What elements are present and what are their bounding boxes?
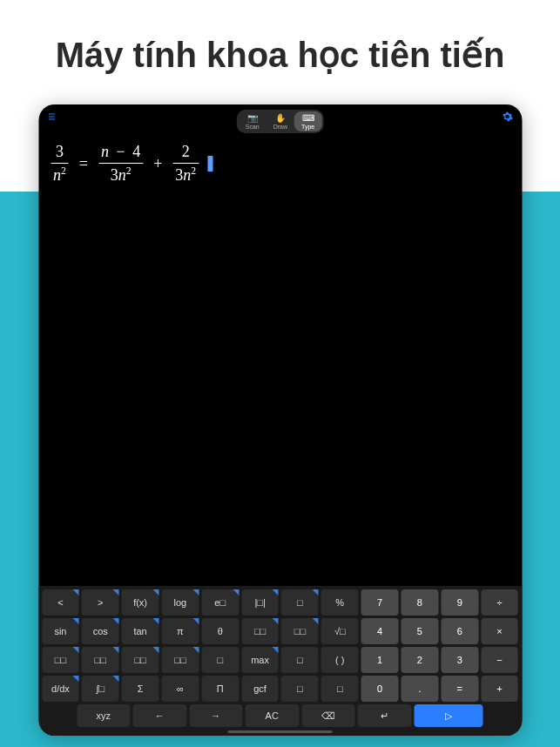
key-arrow-right[interactable]: → [189,704,243,727]
key-r2-3[interactable]: π [161,618,199,644]
key-r2-11[interactable]: × [481,618,518,644]
key-r3-9[interactable]: 2 [401,647,438,673]
mode-type-label: Type [301,124,314,130]
key-r3-7[interactable]: ( ) [321,647,359,673]
key-r2-10[interactable]: 6 [441,618,478,644]
key-r2-1[interactable]: cos [82,618,119,644]
key-r1-3[interactable]: log [161,589,199,616]
key-send[interactable]: ▷ [414,704,483,727]
text-cursor [207,156,213,172]
key-r3-8[interactable]: 1 [361,647,399,673]
frac2-den-3: 3 [111,166,118,184]
menu-icon[interactable] [47,111,57,124]
key-r1-9[interactable]: 8 [401,589,438,616]
key-r2-0[interactable]: sin [42,618,79,644]
key-r4-11[interactable]: + [481,676,518,702]
page-title: Máy tính khoa học tiên tiến [0,35,560,75]
frac2-minus: − [113,143,129,160]
key-r4-2[interactable]: Σ [122,676,159,702]
key-r1-8[interactable]: 7 [361,589,399,616]
key-r4-6[interactable]: □ [281,676,319,702]
mode-type[interactable]: ⌨ Type [294,111,321,131]
mode-scan-label: Scan [246,124,260,130]
key-arrow-left[interactable]: ← [133,704,187,727]
key-r3-3[interactable]: □□ [161,647,199,673]
svg-rect-0 [49,113,55,114]
key-r2-5[interactable]: □□ [241,618,279,644]
frac3-den-exp: 2 [191,165,196,177]
key-r4-9[interactable]: . [401,676,438,702]
key-r1-7[interactable]: % [321,589,359,616]
key-r4-7[interactable]: □ [321,676,359,702]
key-r3-6[interactable]: □ [281,647,319,673]
key-r4-1[interactable]: ∫□ [82,676,119,702]
frac3-den-n: n [183,166,191,184]
fraction-3: 2 3n2 [172,143,199,185]
key-backspace[interactable]: ⌫ [301,704,355,727]
key-r3-10[interactable]: 3 [441,647,478,673]
key-enter[interactable]: ↵ [358,704,412,727]
frac1-den-exp: 2 [61,165,66,177]
key-r2-6[interactable]: □□ [281,618,319,644]
key-r3-1[interactable]: □□ [82,647,119,673]
frac3-den-3: 3 [175,166,183,184]
fraction-2: n − 4 3n2 [98,143,143,185]
key-r3-0[interactable]: □□ [42,647,79,673]
input-mode-selector: 📷 Scan ✋ Draw ⌨ Type [237,110,324,133]
key-r2-9[interactable]: 5 [401,618,438,644]
key-r3-11[interactable]: − [481,647,518,673]
key-r1-4[interactable]: e□ [201,589,239,616]
frac3-num: 2 [179,143,192,161]
key-r3-4[interactable]: □ [201,647,239,673]
mode-scan[interactable]: 📷 Scan [239,111,267,131]
key-xyz[interactable]: xyz [77,704,131,727]
key-r3-5[interactable]: max [241,647,279,673]
frac1-den-n: n [53,166,61,184]
equals-sign: = [76,155,91,173]
key-r4-5[interactable]: gcf [241,676,279,702]
home-indicator[interactable] [228,730,333,733]
key-r4-10[interactable]: = [441,676,478,702]
frac1-num: 3 [53,143,66,161]
key-r1-5[interactable]: |□| [241,589,279,616]
key-r1-6[interactable]: □ [281,589,319,616]
device-frame: 📷 Scan ✋ Draw ⌨ Type 3 n2 = n − 4 3n2 + [38,104,522,736]
key-r4-4[interactable]: Π [201,676,239,702]
key-r1-1[interactable]: > [82,589,119,616]
key-r2-4[interactable]: θ [201,618,239,644]
key-r1-0[interactable]: < [42,589,79,616]
camera-icon: 📷 [247,113,258,123]
equation-display[interactable]: 3 n2 = n − 4 3n2 + 2 3n2 [38,125,522,202]
frac2-den-exp: 2 [126,165,132,177]
frac2-den-n: n [118,166,126,184]
math-keyboard: <>f(x)loge□|□|□%789÷sincostanπθ□□□□√□456… [38,586,522,736]
key-r1-11[interactable]: ÷ [481,589,518,616]
key-r3-2[interactable]: □□ [122,647,159,673]
key-all-clear[interactable]: AC [246,704,300,727]
key-r2-7[interactable]: √□ [321,618,359,644]
frac2-num-4: 4 [132,143,140,160]
keyboard-icon: ⌨ [302,113,314,123]
frac2-num-n: n [101,143,109,160]
key-r1-2[interactable]: f(x) [122,589,159,616]
key-r4-0[interactable]: d/dx [42,676,79,702]
plus-sign: + [150,155,165,173]
gear-icon[interactable] [501,111,513,125]
key-r4-3[interactable]: ∞ [161,676,199,702]
key-r2-8[interactable]: 4 [361,618,399,644]
key-r4-8[interactable]: 0 [361,676,399,702]
key-r2-2[interactable]: tan [122,618,159,644]
mode-draw-label: Draw [273,124,287,130]
mode-draw[interactable]: ✋ Draw [267,111,294,131]
svg-rect-1 [49,116,55,117]
key-r1-10[interactable]: 9 [441,589,478,616]
svg-rect-2 [49,118,55,119]
fraction-1: 3 n2 [51,143,69,185]
hand-icon: ✋ [275,113,286,123]
